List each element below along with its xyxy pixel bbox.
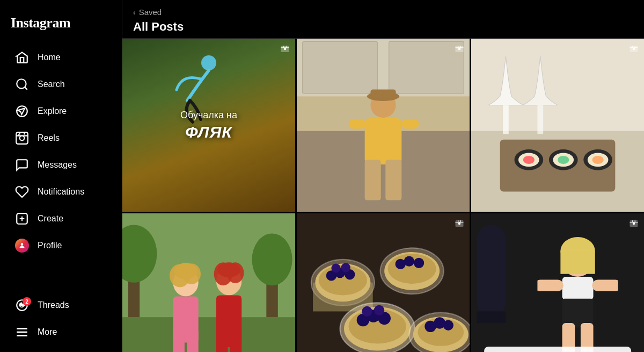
sidebar-item-more[interactable]: More: [4, 319, 118, 346]
svg-point-57: [217, 262, 240, 277]
svg-rect-16: [389, 41, 464, 94]
post-1-text-top: Обучалка на: [180, 110, 237, 121]
svg-rect-97: [560, 251, 595, 274]
svg-point-69: [331, 263, 340, 272]
breadcrumb: ‹ Saved: [133, 8, 633, 17]
posts-grid-container: Обучалка на ФЛЯК: [122, 39, 644, 352]
svg-point-75: [404, 256, 414, 266]
back-chevron-icon[interactable]: ‹: [133, 8, 136, 17]
svg-rect-104: [592, 279, 621, 291]
svg-point-76: [414, 258, 424, 268]
svg-point-40: [633, 48, 635, 51]
sidebar-label-threads: Threads: [38, 300, 69, 310]
page-header: ‹ Saved All Posts: [122, 0, 644, 39]
sidebar-label-more: More: [38, 327, 57, 337]
svg-rect-19: [370, 89, 396, 98]
svg-point-39: [592, 156, 603, 164]
post-item-6[interactable]: КОГДА ТРЕНЕР СКАЗАЛ ПОРАБОТАТЬ ПЕРЕД ЗЕР…: [471, 213, 644, 352]
sidebar-item-threads[interactable]: 2 Threads: [4, 292, 118, 319]
page-title: All Posts: [133, 20, 633, 34]
sidebar-item-explore[interactable]: Explore: [4, 98, 118, 125]
svg-rect-52: [173, 329, 184, 352]
sidebar-item-messages[interactable]: Messages: [4, 152, 118, 178]
sidebar-item-reels[interactable]: Reels: [4, 125, 118, 152]
svg-point-11: [284, 48, 287, 51]
post-1-text-main: ФЛЯК: [180, 123, 237, 141]
svg-rect-29: [537, 105, 543, 134]
sidebar-label-reels: Reels: [38, 133, 60, 143]
main-content: ‹ Saved All Posts: [122, 0, 644, 352]
svg-rect-103: [515, 276, 538, 294]
svg-rect-59: [216, 329, 228, 352]
svg-point-33: [523, 156, 535, 164]
svg-point-90: [443, 320, 453, 331]
reel-icon-1: [280, 44, 290, 56]
svg-rect-24: [401, 119, 419, 128]
sidebar-item-search[interactable]: Search: [4, 71, 118, 98]
sidebar-label-explore: Explore: [38, 106, 67, 116]
post-6-caption: КОГДА ТРЕНЕР СКАЗАЛ ПОРАБОТАТЬ ПЕРЕД ЗЕР…: [484, 347, 631, 352]
post-item-3[interactable]: [471, 39, 644, 212]
breadcrumb-label[interactable]: Saved: [139, 8, 162, 17]
svg-rect-53: [187, 329, 198, 352]
sidebar-item-home[interactable]: Home: [4, 44, 118, 71]
svg-point-106: [633, 222, 635, 225]
reels-icon: [15, 131, 29, 145]
svg-point-84: [374, 305, 384, 315]
svg-rect-23: [349, 119, 366, 128]
post-1-overlay: Обучалка на ФЛЯК: [180, 110, 237, 141]
svg-rect-98: [562, 277, 594, 300]
reel-icon-6: [629, 219, 639, 231]
svg-point-3: [20, 136, 25, 141]
app-logo: Instagram: [0, 6, 122, 44]
threads-badge: 2: [23, 297, 31, 306]
sidebar-item-profile[interactable]: Profile: [4, 232, 118, 259]
svg-rect-15: [303, 41, 378, 94]
sidebar-label-notifications: Notifications: [38, 187, 84, 197]
svg-rect-21: [365, 160, 381, 200]
post-item-2[interactable]: [297, 39, 470, 212]
home-icon: [15, 51, 29, 64]
svg-point-36: [558, 156, 569, 164]
post-item-4[interactable]: Carrie Miranda is Jessica and Susan.. He…: [122, 213, 295, 352]
svg-rect-20: [365, 118, 402, 164]
svg-point-6: [21, 243, 24, 246]
post-item-5[interactable]: [297, 213, 470, 352]
create-icon: [15, 212, 29, 226]
reel-icon-3: [629, 44, 639, 56]
notifications-icon: [15, 185, 29, 199]
svg-rect-102: [535, 279, 564, 291]
sidebar-item-notifications[interactable]: Notifications: [4, 178, 118, 205]
svg-point-0: [17, 79, 26, 88]
svg-point-25: [458, 48, 461, 51]
svg-rect-42: [122, 317, 295, 352]
sidebar-item-create[interactable]: Create: [4, 205, 118, 232]
post-item-1[interactable]: Обучалка на ФЛЯК: [122, 39, 295, 212]
svg-rect-94: [477, 311, 506, 322]
svg-point-10: [201, 55, 216, 70]
sidebar-label-home: Home: [38, 53, 61, 62]
messages-icon: [15, 158, 29, 172]
svg-point-91: [458, 222, 461, 225]
more-icon: [15, 325, 29, 339]
posts-grid: Обучалка на ФЛЯК: [122, 39, 644, 352]
sidebar-label-profile: Profile: [38, 241, 62, 250]
svg-point-83: [362, 306, 372, 317]
svg-rect-93: [477, 225, 506, 317]
explore-icon: [15, 104, 29, 118]
svg-point-70: [341, 263, 350, 272]
reel-icon-5: [455, 219, 464, 231]
svg-point-46: [252, 234, 292, 286]
sidebar: Instagram Home Search Explore: [0, 0, 122, 352]
svg-rect-28: [503, 105, 509, 134]
threads-icon: 2: [15, 298, 29, 312]
svg-rect-22: [385, 160, 401, 200]
profile-icon: [15, 239, 29, 253]
reel-icon-2: [455, 44, 464, 56]
svg-rect-105: [618, 276, 641, 294]
svg-rect-2: [16, 132, 28, 144]
search-icon: [15, 77, 29, 91]
svg-point-50: [174, 263, 197, 279]
svg-rect-60: [230, 329, 241, 352]
sidebar-label-messages: Messages: [38, 160, 77, 170]
